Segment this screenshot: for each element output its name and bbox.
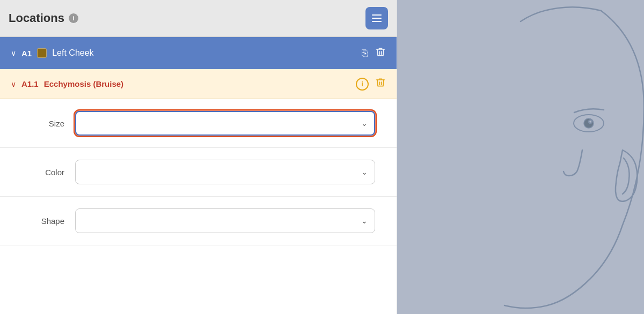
shape-select[interactable]: Round Oval Irregular [75, 208, 375, 233]
color-select-wrapper: Red Purple Yellow ⌄ [75, 160, 375, 184]
info-icon[interactable]: i [69, 13, 78, 23]
color-label: Color [21, 168, 64, 177]
size-label: Size [21, 119, 64, 128]
face-illustration [397, 0, 644, 314]
panel-header: Locations i [0, 0, 397, 37]
injury-id: A1.1 [21, 79, 39, 88]
left-panel: Locations i ∨ A1 Left Cheek ⎘ [0, 0, 397, 314]
shape-select-wrapper: Round Oval Irregular ⌄ [75, 208, 375, 233]
size-form-row: Size Small Medium Large ⌄ [0, 99, 397, 148]
size-select-wrapper: Small Medium Large ⌄ [75, 111, 375, 136]
size-select[interactable]: Small Medium Large [75, 111, 375, 136]
delete-injury-icon[interactable] [375, 77, 386, 91]
shape-form-row: Shape Round Oval Irregular ⌄ [0, 197, 397, 245]
copy-icon[interactable]: ⎘ [362, 48, 368, 59]
menu-button[interactable] [365, 7, 388, 29]
injury-row: ∨ A1.1 Ecchymosis (Bruise) i [0, 69, 397, 99]
location-left: ∨ A1 Left Cheek [11, 48, 94, 58]
menu-line-1 [372, 14, 382, 16]
injury-actions: i [356, 77, 386, 91]
location-color-swatch[interactable] [37, 48, 47, 58]
injury-name: Ecchymosis (Bruise) [44, 79, 123, 88]
menu-line-2 [372, 18, 382, 19]
header-left: Locations i [9, 11, 78, 25]
shape-label: Shape [21, 216, 64, 226]
location-id: A1 [21, 49, 32, 58]
location-name: Left Cheek [52, 48, 93, 58]
location-row: ∨ A1 Left Cheek ⎘ [0, 37, 397, 69]
injury-chevron-icon[interactable]: ∨ [11, 80, 16, 88]
right-panel [397, 0, 644, 314]
form-area: Size Small Medium Large ⌄ Color Red Purp… [0, 99, 397, 314]
location-actions: ⎘ [362, 47, 386, 60]
injury-info-icon[interactable]: i [356, 78, 369, 91]
color-select[interactable]: Red Purple Yellow [75, 160, 375, 184]
injury-left: ∨ A1.1 Ecchymosis (Bruise) [11, 79, 123, 88]
panel-title: Locations [9, 11, 64, 25]
color-form-row: Color Red Purple Yellow ⌄ [0, 148, 397, 197]
menu-line-3 [372, 21, 382, 22]
location-chevron-icon[interactable]: ∨ [11, 49, 16, 57]
delete-location-icon[interactable] [375, 47, 386, 60]
svg-point-2 [589, 120, 592, 123]
